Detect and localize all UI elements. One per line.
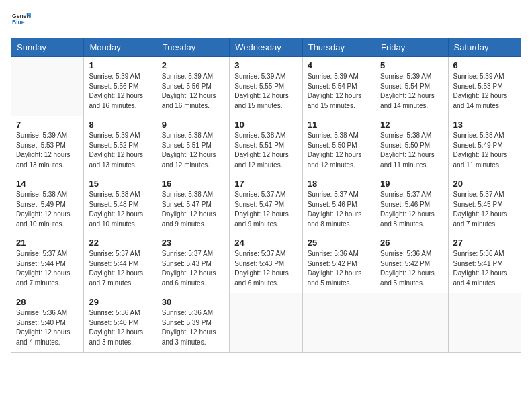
col-header-friday: Friday (375, 38, 448, 57)
day-info: Sunrise: 5:36 AMSunset: 5:42 PMDaylight:… (308, 249, 370, 288)
day-number: 3 (234, 60, 297, 71)
week-row-3: 14Sunrise: 5:38 AMSunset: 5:49 PMDayligh… (11, 175, 521, 234)
day-number: 26 (380, 238, 443, 248)
calendar-cell: 30Sunrise: 5:36 AMSunset: 5:39 PMDayligh… (157, 293, 229, 353)
day-number: 28 (16, 297, 79, 307)
calendar-cell: 13Sunrise: 5:38 AMSunset: 5:49 PMDayligh… (448, 116, 521, 175)
calendar-cell: 12Sunrise: 5:38 AMSunset: 5:50 PMDayligh… (375, 116, 448, 175)
calendar-cell: 1Sunrise: 5:39 AMSunset: 5:56 PMDaylight… (84, 57, 157, 116)
day-info: Sunrise: 5:36 AMSunset: 5:41 PMDaylight:… (453, 249, 516, 288)
col-header-monday: Monday (84, 38, 157, 57)
week-row-1: 1Sunrise: 5:39 AMSunset: 5:56 PMDaylight… (11, 57, 521, 116)
day-info: Sunrise: 5:38 AMSunset: 5:50 PMDaylight:… (308, 131, 370, 170)
day-info: Sunrise: 5:39 AMSunset: 5:52 PMDaylight:… (89, 131, 151, 170)
calendar-cell (448, 293, 521, 353)
day-info: Sunrise: 5:39 AMSunset: 5:53 PMDaylight:… (16, 131, 79, 170)
calendar-cell: 15Sunrise: 5:38 AMSunset: 5:48 PMDayligh… (84, 175, 157, 234)
calendar-cell (11, 57, 84, 116)
day-info: Sunrise: 5:38 AMSunset: 5:50 PMDaylight:… (380, 131, 443, 170)
day-number: 18 (308, 179, 370, 189)
day-number: 29 (89, 297, 151, 307)
day-number: 13 (453, 120, 516, 130)
calendar-cell: 4Sunrise: 5:39 AMSunset: 5:54 PMDaylight… (302, 57, 375, 116)
col-header-sunday: Sunday (11, 38, 84, 57)
day-info: Sunrise: 5:38 AMSunset: 5:51 PMDaylight:… (162, 131, 224, 170)
day-info: Sunrise: 5:38 AMSunset: 5:49 PMDaylight:… (16, 190, 79, 229)
day-number: 2 (162, 60, 224, 71)
logo: General Blue (11, 11, 31, 32)
calendar-cell: 27Sunrise: 5:36 AMSunset: 5:41 PMDayligh… (448, 234, 521, 293)
day-number: 11 (308, 120, 370, 130)
day-number: 7 (16, 120, 79, 130)
day-number: 30 (162, 297, 224, 307)
day-number: 10 (234, 120, 297, 130)
calendar: SundayMondayTuesdayWednesdayThursdayFrid… (11, 38, 521, 353)
day-number: 20 (453, 179, 516, 189)
day-info: Sunrise: 5:37 AMSunset: 5:47 PMDaylight:… (234, 190, 297, 229)
day-number: 27 (453, 238, 516, 248)
col-header-wednesday: Wednesday (230, 38, 302, 57)
calendar-cell: 21Sunrise: 5:37 AMSunset: 5:44 PMDayligh… (11, 234, 84, 293)
day-number: 16 (162, 179, 224, 189)
day-number: 9 (162, 120, 224, 130)
day-number: 6 (453, 60, 516, 71)
calendar-cell: 22Sunrise: 5:37 AMSunset: 5:44 PMDayligh… (84, 234, 157, 293)
calendar-cell (375, 293, 448, 353)
day-number: 8 (89, 120, 151, 130)
day-number: 4 (308, 60, 370, 71)
calendar-cell: 18Sunrise: 5:37 AMSunset: 5:46 PMDayligh… (302, 175, 375, 234)
calendar-cell (230, 293, 302, 353)
calendar-cell: 26Sunrise: 5:36 AMSunset: 5:42 PMDayligh… (375, 234, 448, 293)
day-number: 14 (16, 179, 79, 189)
day-number: 15 (89, 179, 151, 189)
calendar-cell: 19Sunrise: 5:37 AMSunset: 5:46 PMDayligh… (375, 175, 448, 234)
col-header-thursday: Thursday (302, 38, 375, 57)
day-info: Sunrise: 5:39 AMSunset: 5:56 PMDaylight:… (162, 72, 224, 111)
week-row-4: 21Sunrise: 5:37 AMSunset: 5:44 PMDayligh… (11, 234, 521, 293)
day-info: Sunrise: 5:39 AMSunset: 5:54 PMDaylight:… (380, 72, 443, 111)
day-info: Sunrise: 5:37 AMSunset: 5:43 PMDaylight:… (234, 249, 297, 288)
calendar-cell: 11Sunrise: 5:38 AMSunset: 5:50 PMDayligh… (302, 116, 375, 175)
calendar-cell: 20Sunrise: 5:37 AMSunset: 5:45 PMDayligh… (448, 175, 521, 234)
day-number: 22 (89, 238, 151, 248)
calendar-cell: 29Sunrise: 5:36 AMSunset: 5:40 PMDayligh… (84, 293, 157, 353)
day-info: Sunrise: 5:36 AMSunset: 5:42 PMDaylight:… (380, 249, 443, 288)
calendar-cell (302, 293, 375, 353)
day-info: Sunrise: 5:38 AMSunset: 5:48 PMDaylight:… (89, 190, 151, 229)
day-info: Sunrise: 5:36 AMSunset: 5:40 PMDaylight:… (89, 308, 151, 347)
day-info: Sunrise: 5:39 AMSunset: 5:56 PMDaylight:… (89, 72, 151, 111)
col-header-saturday: Saturday (448, 38, 521, 57)
calendar-cell: 7Sunrise: 5:39 AMSunset: 5:53 PMDaylight… (11, 116, 84, 175)
calendar-cell: 23Sunrise: 5:37 AMSunset: 5:43 PMDayligh… (157, 234, 229, 293)
day-info: Sunrise: 5:37 AMSunset: 5:46 PMDaylight:… (380, 190, 443, 229)
day-info: Sunrise: 5:39 AMSunset: 5:55 PMDaylight:… (234, 72, 297, 111)
day-number: 12 (380, 120, 443, 130)
calendar-cell: 2Sunrise: 5:39 AMSunset: 5:56 PMDaylight… (157, 57, 229, 116)
day-info: Sunrise: 5:36 AMSunset: 5:39 PMDaylight:… (162, 308, 224, 347)
day-info: Sunrise: 5:36 AMSunset: 5:40 PMDaylight:… (16, 308, 79, 347)
week-row-5: 28Sunrise: 5:36 AMSunset: 5:40 PMDayligh… (11, 293, 521, 353)
day-info: Sunrise: 5:37 AMSunset: 5:45 PMDaylight:… (453, 190, 516, 229)
calendar-cell: 6Sunrise: 5:39 AMSunset: 5:53 PMDaylight… (448, 57, 521, 116)
calendar-cell: 14Sunrise: 5:38 AMSunset: 5:49 PMDayligh… (11, 175, 84, 234)
day-info: Sunrise: 5:37 AMSunset: 5:43 PMDaylight:… (162, 249, 224, 288)
day-info: Sunrise: 5:39 AMSunset: 5:54 PMDaylight:… (308, 72, 370, 111)
calendar-cell: 28Sunrise: 5:36 AMSunset: 5:40 PMDayligh… (11, 293, 84, 353)
calendar-cell: 5Sunrise: 5:39 AMSunset: 5:54 PMDaylight… (375, 57, 448, 116)
calendar-cell: 24Sunrise: 5:37 AMSunset: 5:43 PMDayligh… (230, 234, 302, 293)
day-info: Sunrise: 5:38 AMSunset: 5:49 PMDaylight:… (453, 131, 516, 170)
day-number: 23 (162, 238, 224, 248)
day-info: Sunrise: 5:38 AMSunset: 5:51 PMDaylight:… (234, 131, 297, 170)
day-info: Sunrise: 5:39 AMSunset: 5:53 PMDaylight:… (453, 72, 516, 111)
day-number: 19 (380, 179, 443, 189)
day-number: 5 (380, 60, 443, 71)
calendar-cell: 25Sunrise: 5:36 AMSunset: 5:42 PMDayligh… (302, 234, 375, 293)
calendar-cell: 16Sunrise: 5:38 AMSunset: 5:47 PMDayligh… (157, 175, 229, 234)
day-info: Sunrise: 5:37 AMSunset: 5:46 PMDaylight:… (308, 190, 370, 229)
week-row-2: 7Sunrise: 5:39 AMSunset: 5:53 PMDaylight… (11, 116, 521, 175)
day-number: 21 (16, 238, 79, 248)
day-info: Sunrise: 5:37 AMSunset: 5:44 PMDaylight:… (89, 249, 151, 288)
day-number: 17 (234, 179, 297, 189)
day-number: 24 (234, 238, 297, 248)
calendar-cell: 10Sunrise: 5:38 AMSunset: 5:51 PMDayligh… (230, 116, 302, 175)
